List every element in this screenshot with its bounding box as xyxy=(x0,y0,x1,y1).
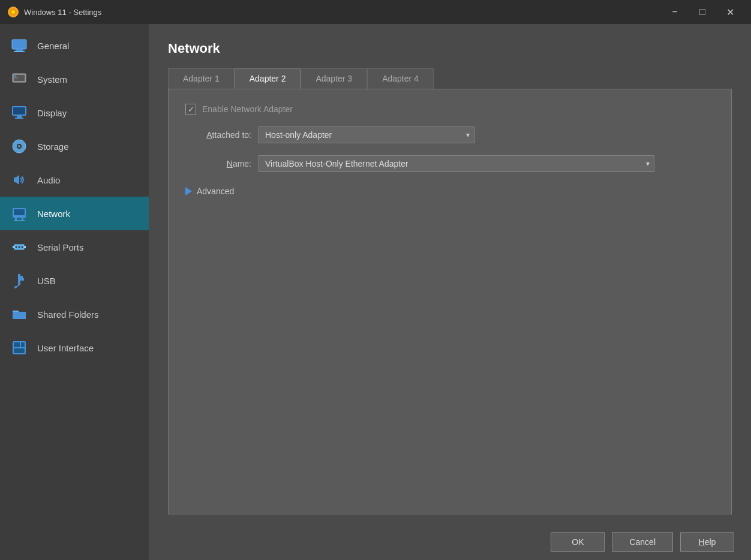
enable-adapter-row: Enable Network Adapter xyxy=(185,104,714,115)
attached-to-label: Attached to: xyxy=(185,130,251,140)
content-area: Network Adapter 1 Adapter 2 Adapter 3 Ad… xyxy=(149,24,751,560)
sidebar-label-usb: USB xyxy=(37,276,56,286)
attached-to-select-wrapper: Host-only Adapter NAT Bridged Adapter In… xyxy=(259,127,474,143)
svg-rect-5 xyxy=(14,51,25,52)
sidebar-label-system: System xyxy=(37,74,67,85)
display-icon xyxy=(10,103,29,122)
ok-button[interactable]: OK xyxy=(551,532,605,552)
user-interface-icon xyxy=(10,338,29,357)
tab-panel: Enable Network Adapter Attached to: Host… xyxy=(168,89,732,514)
svg-rect-33 xyxy=(20,276,23,278)
svg-rect-4 xyxy=(16,49,23,51)
sidebar-label-shared-folders: Shared Folders xyxy=(37,309,99,320)
titlebar: Windows 11 - Settings − □ ✕ xyxy=(0,0,751,24)
sidebar-label-storage: Storage xyxy=(37,141,69,152)
close-button[interactable]: ✕ xyxy=(716,0,744,24)
svg-point-2 xyxy=(11,10,15,14)
usb-icon xyxy=(10,271,29,290)
svg-rect-36 xyxy=(21,342,25,347)
window-title: Windows 11 - Settings xyxy=(24,8,661,17)
svg-point-27 xyxy=(16,246,17,248)
svg-rect-14 xyxy=(15,118,23,119)
sidebar-item-general[interactable]: General xyxy=(0,29,149,62)
sidebar-label-display: Display xyxy=(37,108,67,118)
sidebar-item-system[interactable]: System xyxy=(0,62,149,96)
tab-adapter1[interactable]: Adapter 1 xyxy=(168,68,235,89)
main-layout: General System xyxy=(0,24,751,560)
name-select[interactable]: VirtualBox Host-Only Ethernet Adapter xyxy=(259,155,654,172)
bottom-bar: OK Cancel Help xyxy=(149,524,751,560)
window-controls: − □ ✕ xyxy=(661,0,744,24)
svg-rect-22 xyxy=(15,218,17,220)
advanced-label[interactable]: Advanced xyxy=(197,186,234,196)
sidebar-label-user-interface: User Interface xyxy=(37,343,94,353)
cancel-button[interactable]: Cancel xyxy=(612,532,673,552)
sidebar-item-user-interface[interactable]: User Interface xyxy=(0,331,149,365)
svg-rect-20 xyxy=(14,209,25,215)
sidebar-item-serial-ports[interactable]: Serial Ports xyxy=(0,230,149,264)
name-row: Name: VirtualBox Host-Only Ethernet Adap… xyxy=(185,155,714,172)
svg-point-31 xyxy=(14,286,17,288)
shared-folders-icon xyxy=(10,305,29,324)
system-icon xyxy=(10,70,29,89)
svg-point-28 xyxy=(19,246,20,248)
serial-ports-icon xyxy=(10,237,29,257)
advanced-row[interactable]: Advanced xyxy=(185,186,714,196)
enable-adapter-checkbox[interactable] xyxy=(185,104,196,115)
tab-adapter2[interactable]: Adapter 2 xyxy=(235,68,301,89)
svg-rect-12 xyxy=(13,107,25,115)
sidebar-label-serial-ports: Serial Ports xyxy=(37,242,84,252)
minimize-button[interactable]: − xyxy=(661,0,689,24)
enable-adapter-label: Enable Network Adapter xyxy=(202,104,293,114)
sidebar-item-display[interactable]: Display xyxy=(0,96,149,130)
svg-rect-25 xyxy=(13,246,14,248)
audio-icon xyxy=(10,170,29,189)
svg-rect-23 xyxy=(22,218,23,220)
svg-rect-13 xyxy=(17,116,22,118)
sidebar-item-network[interactable]: Network xyxy=(0,197,149,230)
app-icon xyxy=(7,6,19,18)
sidebar: General System xyxy=(0,24,149,560)
page-content: Network Adapter 1 Adapter 2 Adapter 3 Ad… xyxy=(149,24,751,524)
sidebar-item-audio[interactable]: Audio xyxy=(0,163,149,197)
tab-adapter3[interactable]: Adapter 3 xyxy=(301,68,367,89)
advanced-triangle-icon[interactable] xyxy=(185,187,192,195)
sidebar-item-storage[interactable]: Storage xyxy=(0,130,149,163)
svg-rect-3 xyxy=(12,40,26,49)
maximize-button[interactable]: □ xyxy=(689,0,716,24)
sidebar-item-usb[interactable]: USB xyxy=(0,264,149,297)
sidebar-label-network: Network xyxy=(37,209,70,219)
name-select-wrapper: VirtualBox Host-Only Ethernet Adapter ▾ xyxy=(259,155,654,172)
svg-rect-8 xyxy=(14,76,16,77)
svg-rect-37 xyxy=(14,348,25,353)
svg-rect-10 xyxy=(14,79,17,79)
attached-to-row: Attached to: Host-only Adapter NAT Bridg… xyxy=(185,127,714,143)
network-icon xyxy=(10,204,29,223)
page-title: Network xyxy=(168,41,732,56)
svg-rect-30 xyxy=(18,274,20,285)
svg-rect-24 xyxy=(14,220,25,221)
name-label: Name: xyxy=(185,159,251,168)
sidebar-label-general: General xyxy=(37,41,69,51)
tabs-container: Adapter 1 Adapter 2 Adapter 3 Adapter 4 xyxy=(168,68,732,89)
general-icon xyxy=(10,36,29,55)
svg-rect-21 xyxy=(13,216,26,218)
svg-rect-32 xyxy=(20,278,24,281)
svg-rect-26 xyxy=(24,246,26,248)
tab-adapter4[interactable]: Adapter 4 xyxy=(367,68,434,89)
help-underline-h: H xyxy=(699,537,705,547)
svg-point-17 xyxy=(18,145,20,147)
sidebar-label-audio: Audio xyxy=(37,175,60,185)
svg-point-29 xyxy=(22,246,23,248)
svg-rect-9 xyxy=(14,77,18,78)
storage-icon xyxy=(10,137,29,156)
svg-rect-18 xyxy=(14,177,16,182)
help-button[interactable]: Help xyxy=(680,532,734,552)
attached-to-select[interactable]: Host-only Adapter NAT Bridged Adapter In… xyxy=(259,127,474,143)
svg-rect-35 xyxy=(14,342,20,347)
sidebar-item-shared-folders[interactable]: Shared Folders xyxy=(0,297,149,331)
